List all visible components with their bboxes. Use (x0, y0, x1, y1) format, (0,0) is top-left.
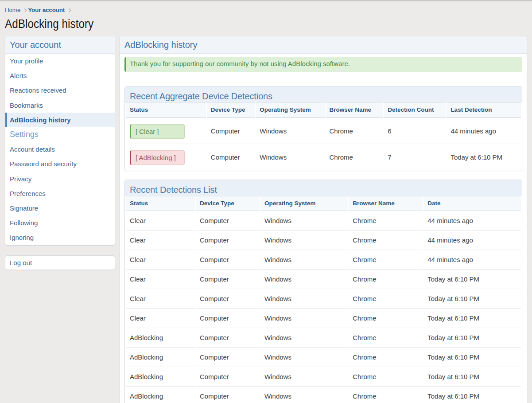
sidebar-item-preferences[interactable]: Preferences (5, 186, 115, 201)
status-badge-adblocking[interactable]: [ AdBlocking ] (130, 150, 185, 165)
detections-row-7: AdBlockingComputerWindowsChromeToday at … (126, 348, 521, 367)
aggregate-cell: Computer (207, 118, 255, 144)
detections-cell: 44 minutes ago (423, 231, 521, 250)
detections-cell: Computer (196, 348, 260, 367)
detections-col-browser-name: Browser Name (349, 196, 423, 211)
aggregate-cell: Windows (256, 144, 324, 170)
page-title: AdBlocking history (5, 18, 123, 30)
detections-cell: Windows (260, 309, 348, 328)
detections-cell: Today at 6:10 PM (423, 348, 521, 367)
detections-cell: Chrome (349, 328, 423, 348)
detections-cell: Clear (126, 289, 195, 309)
detections-cell: Clear (126, 309, 195, 328)
main-header: AdBlocking history (120, 36, 527, 54)
aggregate-cell: 44 minutes ago (447, 118, 521, 144)
detections-cell: Chrome (349, 231, 423, 250)
detections-cell: Chrome (349, 250, 423, 270)
detections-cell: Computer (196, 289, 260, 309)
content: Your account Your profileAlertsReactions… (5, 36, 527, 403)
detections-cell: Computer (196, 328, 260, 348)
aggregate-col-operating-system: Operating System (256, 102, 324, 118)
detections-cell: Windows (260, 270, 348, 289)
detections-cell: Today at 6:10 PM (423, 387, 521, 403)
sidebar-item-reactions-received[interactable]: Reactions received (5, 83, 115, 98)
aggregate-status-cell: [ AdBlocking ] (126, 144, 206, 170)
aggregate-col-status: Status (126, 102, 206, 118)
breadcrumb: HomeYour account (5, 5, 527, 14)
detections-body: ClearComputerWindowsChrome44 minutes ago… (126, 211, 521, 403)
logout-link[interactable]: Log out (5, 256, 115, 270)
aggregate-header-row: StatusDevice TypeOperating SystemBrowser… (126, 102, 521, 118)
success-notice: Thank you for supporting our community b… (124, 57, 522, 72)
detections-cell: AdBlocking (126, 367, 195, 387)
detections-cell: Clear (126, 250, 195, 270)
sidebar-nav: Your profileAlertsReactions receivedBook… (5, 54, 115, 245)
detections-row-0: ClearComputerWindowsChrome44 minutes ago (126, 211, 521, 231)
status-badge-clear[interactable]: [ Clear ] (130, 124, 185, 139)
main-column: AdBlocking history Thank you for support… (120, 36, 527, 403)
detections-cell: Today at 6:10 PM (423, 309, 521, 328)
sidebar: Your account Your profileAlertsReactions… (5, 36, 115, 270)
sidebar-item-ignoring[interactable]: Ignoring (5, 230, 115, 245)
sidebar-item-password-and-security[interactable]: Password and security (5, 157, 115, 171)
aggregate-block: Recent Aggregate Device Detections Statu… (124, 86, 522, 171)
sidebar-block: Your account Your profileAlertsReactions… (5, 36, 115, 246)
detections-row-1: ClearComputerWindowsChrome44 minutes ago (126, 231, 521, 250)
aggregate-col-detection-count: Detection Count (384, 102, 446, 118)
aggregate-col-browser-name: Browser Name (326, 102, 383, 118)
detections-cell: Computer (196, 250, 260, 270)
sidebar-item-account-details[interactable]: Account details (5, 142, 115, 157)
breadcrumb-link-0[interactable]: Home (5, 7, 20, 13)
chevron-right-icon (23, 8, 27, 12)
detections-col-date: Date (423, 196, 521, 211)
sidebar-item-alerts[interactable]: Alerts (5, 68, 115, 83)
detections-row-4: ClearComputerWindowsChromeToday at 6:10 … (126, 289, 521, 309)
detections-cell: Windows (260, 387, 348, 403)
detections-cell: Windows (260, 367, 348, 387)
detections-cell: Computer (196, 211, 260, 231)
detections-cell: Chrome (349, 387, 423, 403)
detections-cell: Windows (260, 211, 348, 231)
detections-header-row: StatusDevice TypeOperating SystemBrowser… (126, 196, 521, 211)
sidebar-item-privacy[interactable]: Privacy (5, 172, 115, 186)
aggregate-cell: Chrome (326, 144, 383, 170)
sidebar-item-adblocking-history[interactable]: AdBlocking history (5, 113, 115, 127)
detections-row-9: AdBlockingComputerWindowsChromeToday at … (126, 387, 521, 403)
breadcrumb-link-1[interactable]: Your account (28, 7, 65, 13)
detections-cell: Today at 6:10 PM (423, 367, 521, 387)
detections-col-operating-system: Operating System (260, 196, 348, 211)
page: HomeYour account AdBlocking history Your… (0, 0, 532, 403)
detections-cell: Today at 6:10 PM (423, 328, 521, 348)
detections-row-8: AdBlockingComputerWindowsChromeToday at … (126, 367, 521, 387)
aggregate-row-0: [ Clear ]ComputerWindowsChrome644 minute… (126, 118, 521, 144)
aggregate-cell: 7 (384, 144, 446, 170)
aggregate-status-cell: [ Clear ] (126, 118, 206, 144)
sidebar-item-signature[interactable]: Signature (5, 201, 115, 215)
aggregate-cell: Computer (207, 144, 255, 170)
detections-cell: Computer (196, 387, 260, 403)
detections-cell: AdBlocking (126, 328, 195, 348)
aggregate-col-last-detection: Last Detection (447, 102, 521, 118)
detections-row-5: ClearComputerWindowsChromeToday at 6:10 … (126, 309, 521, 328)
sidebar-item-following[interactable]: Following (5, 215, 115, 230)
detections-cell: 44 minutes ago (423, 211, 521, 231)
main-block: AdBlocking history Thank you for support… (120, 36, 527, 403)
detections-cell: Chrome (349, 348, 423, 367)
sidebar-item-bookmarks[interactable]: Bookmarks (5, 98, 115, 113)
detections-cell: Windows (260, 328, 348, 348)
detections-cell: Clear (126, 231, 195, 250)
sidebar-header: Your account (5, 36, 115, 54)
detections-cell: Computer (196, 309, 260, 328)
detections-cell: Chrome (349, 270, 423, 289)
main-body: Thank you for supporting our community b… (120, 57, 527, 403)
aggregate-cell: 6 (384, 118, 446, 144)
detections-cell: Windows (260, 348, 348, 367)
detections-row-6: AdBlockingComputerWindowsChromeToday at … (126, 328, 521, 348)
sidebar-item-your-profile[interactable]: Your profile (5, 54, 115, 68)
detections-cell: 44 minutes ago (423, 250, 521, 270)
detections-col-device-type: Device Type (196, 196, 260, 211)
detections-cell: Clear (126, 270, 195, 289)
detections-cell: Windows (260, 231, 348, 250)
aggregate-body: [ Clear ]ComputerWindowsChrome644 minute… (126, 118, 521, 170)
aggregate-row-1: [ AdBlocking ]ComputerWindowsChrome7Toda… (126, 144, 521, 170)
